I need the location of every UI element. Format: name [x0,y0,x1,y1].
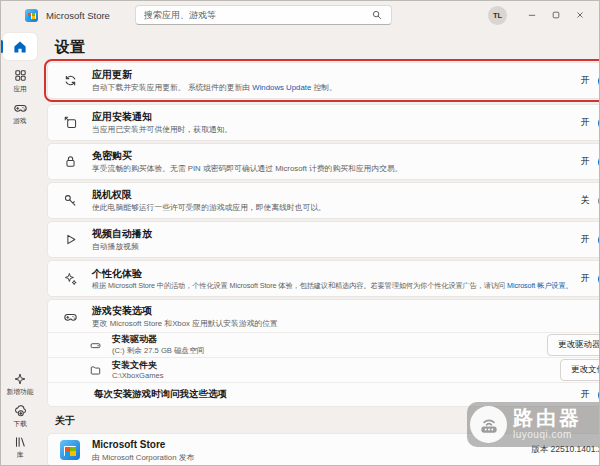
home-icon [12,39,28,55]
library-icon [13,435,27,449]
toggle-state-label: 开 [581,233,590,246]
game-controller-icon [13,100,28,115]
setting-title: 个性化体验 [92,267,573,280]
key-icon [48,193,92,208]
version-label: 版本 22510.1401.2.0 [531,444,600,456]
ask-label: 每次安装游戏时询问我这些选项 [94,388,581,400]
setting-desc: 当应用已安装并可供使用时，获取通知。 [92,124,573,135]
about-row: Microsoft Store 由 Microsoft Corporation … [47,433,600,466]
setting-desc: 使此电脑能够运行一些许可受限的游戏或应用，即使离线时也可以。 [92,202,573,213]
sparkle-icon [13,372,27,386]
setting-title: 游戏安装选项 [92,304,600,317]
setting-group-game-install-options: 游戏安装选项 更改 Microsoft Store 和Xbox 应用默认安装游戏… [47,299,600,407]
microsoft-account-settings-link[interactable]: Microsoft 帐户设置 [507,281,566,290]
setting-title: 应用安装通知 [92,110,573,123]
search-input[interactable] [144,10,371,20]
settings-page: 设置 应用更新 自动下载并安装应用更新。 系统组件的更新由 Windows Up… [40,30,600,466]
titlebar: Microsoft Store TL [0,0,600,30]
toggle-state-label: 开 [581,116,590,129]
sub-row-value: C:\XboxGames [112,371,552,380]
toggle-state-label: 开 [581,272,590,285]
sidebar-label-apps: 应用 [13,84,27,94]
setting-title: 免密购买 [92,149,573,162]
game-install-header[interactable]: 游戏安装选项 更改 Microsoft Store 和Xbox 应用默认安装游戏… [48,300,600,332]
sidebar: 应用 游戏 新增功能 下载 库 [0,30,40,466]
sub-row-value: (C:) 剩余 27.5 GB 磁盘空间 [112,346,539,356]
setting-row-personalization: 个性化体验 根据 Microsoft Store 中的活动，个性化设置 Micr… [47,260,600,297]
setting-title: 视频自动播放 [92,227,573,240]
play-icon [48,232,92,247]
sidebar-item-games[interactable]: 游戏 [1,100,39,126]
refresh-icon [48,73,92,88]
about-heading: 关于 [55,414,600,428]
page-title: 设置 [55,39,600,54]
setting-row-install-notifications: 应用安装通知 当应用已安装并可供使用时，获取通知。 开 [47,104,600,141]
apps-icon [13,68,28,83]
about-publisher: 由 Microsoft Corporation 发布 [92,452,523,463]
change-drive-button[interactable]: 更改驱动器 [547,334,600,356]
sub-row-install-folder: 安装文件夹 C:\XboxGames 更改文件夹 [48,358,600,382]
microsoft-store-icon [48,440,92,460]
toggle-state-label: 开 [581,388,590,401]
sub-row-title: 安装驱动器 [112,334,539,345]
sidebar-label-downloads: 下载 [13,419,27,429]
sidebar-item-apps[interactable]: 应用 [1,68,39,94]
about-app-name: Microsoft Store [92,438,523,451]
search-icon[interactable] [371,9,383,21]
window-controls [520,0,592,30]
setting-desc: 更改 Microsoft Store 和Xbox 应用默认安装游戏的位置 [92,318,600,329]
toggle-state-label: 开 [581,155,590,168]
search-box[interactable] [135,5,392,25]
drive-icon [84,339,106,352]
star-sparkle-icon [48,271,92,286]
sidebar-item-home[interactable] [3,33,37,60]
game-controller-icon [48,309,92,324]
app-install-icon [48,115,92,130]
setting-title: 应用更新 [92,68,573,81]
sidebar-label-whats-new: 新增功能 [6,387,33,397]
windows-update-link[interactable]: Windows Update [252,83,311,92]
setting-row-purchase-signin: 免密购买 享受流畅的购买体验。无需 PIN 或密码即可确认通过 Microsof… [47,143,600,180]
toggle-state-label: 开 [581,74,590,87]
store-logo-icon [25,9,38,22]
maximize-button[interactable] [544,3,568,27]
setting-desc: 根据 Microsoft Store 中的活动，个性化设置 Microsoft … [92,281,573,291]
setting-desc: 自动播放视频 [92,241,573,252]
folder-icon [84,364,106,377]
setting-row-app-updates: 应用更新 自动下载并安装应用更新。 系统组件的更新由 Windows Updat… [47,62,600,99]
sidebar-item-whats-new[interactable]: 新增功能 [1,372,39,397]
minimize-button[interactable] [520,3,544,27]
avatar[interactable]: TL [488,6,507,25]
sidebar-label-library: 库 [17,450,24,460]
change-folder-button[interactable]: 更改文件夹 [560,359,600,381]
setting-row-video-autoplay: 视频自动播放 自动播放视频 开 [47,221,600,258]
sub-row-ask-every-install: 每次安装游戏时询问我这些选项 开 [48,383,600,406]
setting-title: 脱机权限 [92,188,573,201]
close-button[interactable] [568,3,592,27]
setting-desc: 享受流畅的购买体验。无需 PIN 或密码即可确认通过 Microsoft 计费的… [92,163,573,174]
lock-icon [48,154,92,169]
cloud-download-icon [13,403,28,418]
sidebar-item-library[interactable]: 库 [1,435,39,460]
setting-row-offline-permissions: 脱机权限 使此电脑能够运行一些许可受限的游戏或应用，即使离线时也可以。 关 [47,182,600,219]
sidebar-label-games: 游戏 [13,116,27,126]
app-title: Microsoft Store [46,10,110,21]
toggle-state-label: 关 [581,194,590,207]
sub-row-install-drive: 安装驱动器 (C:) 剩余 27.5 GB 磁盘空间 更改驱动器 [48,333,600,357]
sub-row-title: 安装文件夹 [112,360,552,371]
setting-desc: 自动下载并安装应用更新。 系统组件的更新由 Windows Update 控制。 [92,82,573,93]
sidebar-item-downloads[interactable]: 下载 [1,403,39,429]
